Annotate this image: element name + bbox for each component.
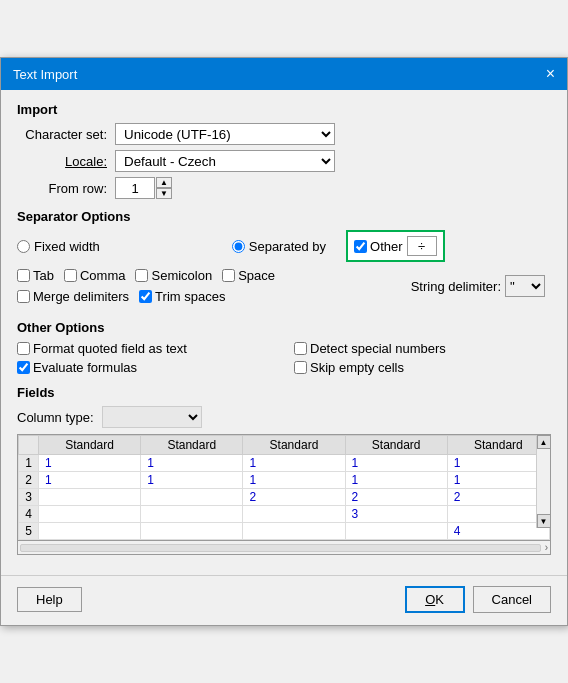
skip-empty-checkbox[interactable] [294,361,307,374]
cell-1-5: 1 [447,455,549,472]
merge-delimiters-checkbox-label[interactable]: Merge delimiters [17,289,129,304]
string-delimiter-wrapper: String delimiter: " [405,272,551,300]
format-quoted-checkbox[interactable] [17,342,30,355]
format-quoted-text: Format quoted field as text [33,341,187,356]
cell-4-3 [243,506,345,523]
cell-5-5: 4 [447,523,549,540]
format-quoted-label[interactable]: Format quoted field as text [17,341,274,356]
fixed-width-radio-label[interactable]: Fixed width [17,239,100,254]
button-row: Help OK Cancel [1,575,567,625]
from-row-spinner: 1 ▲ ▼ [115,177,172,199]
separated-by-radio[interactable] [232,240,245,253]
table-row: 5 4 [19,523,550,540]
separated-by-label: Separated by [249,239,326,254]
string-delimiter-label: String delimiter: [411,279,501,294]
fixed-width-radio[interactable] [17,240,30,253]
ok-cancel-group: OK Cancel [405,586,551,613]
skip-empty-label[interactable]: Skip empty cells [294,360,551,375]
cell-3-5: 2 [447,489,549,506]
spinner-up-button[interactable]: ▲ [156,177,172,188]
vertical-scrollbar[interactable]: ▲ ▼ [536,435,550,528]
separator-radios-row: Fixed width Separated by Other ÷ [17,230,551,262]
detect-special-checkbox[interactable] [294,342,307,355]
cell-3-3: 2 [243,489,345,506]
detect-special-label[interactable]: Detect special numbers [294,341,551,356]
comma-checkbox-label[interactable]: Comma [64,268,126,283]
space-checkbox-label[interactable]: Space [222,268,275,283]
locale-row: Locale: Default - Czech [17,150,551,172]
tab-checkbox-label[interactable]: Tab [17,268,54,283]
table-container: Standard Standard Standard Standard Stan… [17,434,551,555]
locale-select[interactable]: Default - Czech [115,150,335,172]
cell-3-1 [39,489,141,506]
space-checkbox[interactable] [222,269,235,282]
cell-5-3 [243,523,345,540]
header-col5: Standard [447,436,549,455]
scroll-down-button[interactable]: ▼ [537,514,551,528]
cell-2-5: 1 [447,472,549,489]
column-type-select[interactable] [102,406,202,428]
table-row: 2 1 1 1 1 1 [19,472,550,489]
detect-special-text: Detect special numbers [310,341,446,356]
merge-delimiters-label: Merge delimiters [33,289,129,304]
semicolon-label: Semicolon [151,268,212,283]
header-col1: Standard [39,436,141,455]
header-col3: Standard [243,436,345,455]
cell-5-2 [141,523,243,540]
cell-2-1: 1 [39,472,141,489]
cell-2-4: 1 [345,472,447,489]
close-icon[interactable]: × [546,66,555,82]
cell-3-4: 2 [345,489,447,506]
trim-spaces-label: Trim spaces [155,289,225,304]
separator-options-grid: Fixed width Separated by Other ÷ [17,230,551,312]
cell-4-5 [447,506,549,523]
evaluate-formulas-label[interactable]: Evaluate formulas [17,360,274,375]
sep-checkboxes-row1: Tab Comma Semicolon Space [17,268,405,283]
skip-empty-text: Skip empty cells [310,360,404,375]
other-options-title: Other Options [17,320,551,335]
tab-checkbox[interactable] [17,269,30,282]
comma-checkbox[interactable] [64,269,77,282]
other-checkbox-label[interactable]: Other [354,239,403,254]
spinner-down-button[interactable]: ▼ [156,188,172,199]
character-set-row: Character set: Unicode (UTF-16) [17,123,551,145]
cancel-button[interactable]: Cancel [473,586,551,613]
scroll-up-button[interactable]: ▲ [537,435,551,449]
help-button[interactable]: Help [17,587,82,612]
row-num-4: 4 [19,506,39,523]
trim-spaces-checkbox[interactable] [139,290,152,303]
locale-label: Locale: [17,154,107,169]
other-options-grid: Format quoted field as text Detect speci… [17,341,551,375]
column-type-row: Column type: [17,406,551,428]
fixed-width-label: Fixed width [34,239,100,254]
table-row: 1 1 1 1 1 1 [19,455,550,472]
trim-spaces-checkbox-label[interactable]: Trim spaces [139,289,225,304]
dialog-body: Import Character set: Unicode (UTF-16) L… [1,90,567,567]
from-row-row: From row: 1 ▲ ▼ [17,177,551,199]
import-section-title: Import [17,102,551,117]
cell-3-2 [141,489,243,506]
other-value-input[interactable]: ÷ [407,236,437,256]
checkboxes-and-delimiter-row: Tab Comma Semicolon Space [17,268,551,308]
horizontal-scrollbar[interactable]: › [17,541,551,555]
tab-label: Tab [33,268,54,283]
semicolon-checkbox[interactable] [135,269,148,282]
string-delimiter-select[interactable]: " [505,275,545,297]
other-checkbox[interactable] [354,240,367,253]
separated-by-radio-label[interactable]: Separated by [232,239,326,254]
table-row: 4 3 [19,506,550,523]
merge-delimiters-checkbox[interactable] [17,290,30,303]
other-label: Other [370,239,403,254]
from-row-input[interactable]: 1 [115,177,155,199]
semicolon-checkbox-label[interactable]: Semicolon [135,268,212,283]
cell-1-1: 1 [39,455,141,472]
evaluate-formulas-checkbox[interactable] [17,361,30,374]
ok-button[interactable]: OK [405,586,465,613]
text-import-dialog: Text Import × Import Character set: Unic… [0,57,568,626]
character-set-select[interactable]: Unicode (UTF-16) [115,123,335,145]
character-set-label: Character set: [17,127,107,142]
preview-table-wrapper[interactable]: Standard Standard Standard Standard Stan… [17,434,551,541]
table-row: 3 2 2 2 [19,489,550,506]
cell-4-1 [39,506,141,523]
cell-1-4: 1 [345,455,447,472]
